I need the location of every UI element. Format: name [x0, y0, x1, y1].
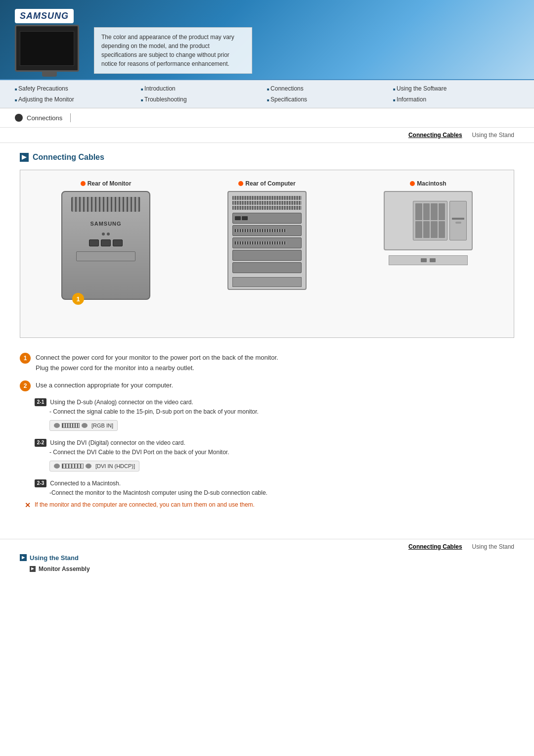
- stand-section-icon-arrow: [22, 556, 25, 560]
- monitor-ports: [89, 239, 123, 246]
- computer-section: Rear of Computer: [191, 180, 343, 290]
- instruction-2-2-block: 2-2 Using the DVI (Digital) connector on…: [20, 439, 514, 474]
- sub-nav-using-stand[interactable]: Using the Stand: [472, 132, 514, 139]
- mac-drive-bay: [449, 201, 467, 240]
- macintosh-section: Macintosh: [353, 180, 504, 265]
- monitor-stand-decoration: [42, 72, 57, 77]
- instruction-2-1-block: 2-1 Using the D-sub (Analog) connector o…: [20, 398, 514, 434]
- step-1-badge: 1: [72, 293, 84, 305]
- nav-item-using-software[interactable]: Using the Software: [393, 84, 519, 93]
- nav-item-safety-precautions[interactable]: Safety Precautions: [15, 84, 141, 93]
- nav-menu: Safety Precautions Introduction Connecti…: [0, 79, 534, 108]
- port-row-2: [232, 201, 302, 205]
- slot-1-ports: [235, 216, 248, 220]
- mac-drive-slot: [452, 218, 464, 220]
- slot-4: [232, 250, 302, 261]
- slot-5: [232, 262, 302, 273]
- stand-section: Using the Stand Monitor Assembly: [0, 554, 534, 585]
- mac-port-8: [439, 221, 445, 238]
- computer-expansion-slots: [232, 213, 302, 273]
- instruction-2-1-detail: - Connect the signal cable to the 15-pin…: [35, 408, 514, 415]
- stand-section-icon: [20, 554, 27, 561]
- slot-3: [232, 237, 302, 248]
- nav-item-introduction[interactable]: Introduction: [141, 84, 267, 93]
- sub-nav: Connecting Cables Using the Stand: [0, 128, 534, 143]
- connection-diagram: Rear of Monitor SAMSUNG 1: [20, 170, 514, 338]
- step-2-text: Use a connection appropriate for your co…: [36, 380, 173, 391]
- slot-2: [232, 225, 302, 236]
- monitor-dot: [81, 181, 86, 186]
- main-content: Connecting Cables Rear of Monitor SAMSUN…: [0, 143, 534, 529]
- mac-bottom-ports: [421, 258, 436, 262]
- port-block-2: [101, 239, 111, 246]
- dvi-left-connector: [54, 464, 60, 469]
- nav-item-troubleshooting[interactable]: Troubleshooting: [141, 95, 267, 104]
- nav-item-adjusting-monitor[interactable]: Adjusting the Monitor: [15, 95, 141, 104]
- computer-rear-image: [227, 191, 307, 290]
- mac-bottom-port-1: [421, 258, 427, 262]
- stand-section-title: Using the Stand: [30, 554, 79, 562]
- step-2-number: 2: [20, 380, 31, 391]
- rgb-right-connector: [82, 423, 88, 428]
- samsung-logo: SAMSUNG: [15, 9, 74, 23]
- port-row-3: [232, 206, 302, 210]
- breadcrumb: Connections: [0, 108, 534, 128]
- instruction-2-3: 2-3 Connected to a Macintosh.: [35, 479, 514, 487]
- monitor-vents: [71, 197, 140, 212]
- badge-2-2: 2-2: [35, 439, 46, 447]
- instruction-2-3-detail: -Connect the monitor to the Macintosh co…: [35, 489, 514, 496]
- monitor-assembly-icon-arrow: [31, 567, 34, 570]
- dvi-port-image: [DVI IN (HDCP)]: [49, 461, 139, 472]
- mac-side-ports: [413, 201, 447, 240]
- step-1-number: 1: [20, 353, 31, 364]
- port-row-1: [232, 196, 302, 200]
- mac-port-7: [431, 221, 438, 238]
- breadcrumb-divider: [70, 113, 71, 122]
- instruction-1: 1 Connect the power cord for your monito…: [20, 353, 514, 374]
- computer-bottom-strip: [232, 277, 302, 287]
- header-notice-box: The color and appearance of the product …: [94, 27, 252, 74]
- header-notice-text: The color and appearance of the product …: [101, 34, 234, 67]
- mac-bottom-port-2: [430, 258, 436, 262]
- badge-2-1: 2-1: [35, 398, 46, 406]
- monitor-label: Rear of Monitor: [81, 180, 132, 187]
- monitor-screen: [20, 31, 74, 66]
- note-icon: ✕: [25, 501, 31, 509]
- nav-item-connections[interactable]: Connections: [267, 84, 393, 93]
- mac-drive-button: [455, 222, 461, 224]
- mac-dot: [410, 181, 415, 186]
- sub-nav-connecting-cables[interactable]: Connecting Cables: [408, 132, 462, 139]
- mac-port-3: [431, 203, 438, 220]
- rgb-left-connector: [54, 423, 60, 428]
- mac-label: Macintosh: [410, 180, 446, 187]
- dvi-port-label: [DVI IN (HDCP)]: [95, 463, 135, 469]
- note-text: If the monitor and the computer are conn…: [35, 501, 255, 508]
- stand-section-header: Using the Stand: [20, 554, 514, 562]
- dvi-right-connector: [86, 464, 91, 469]
- slot-port-2: [242, 216, 248, 220]
- computer-top-ports: [232, 196, 302, 210]
- section-header: Connecting Cables: [20, 153, 514, 162]
- section-title: Connecting Cables: [33, 153, 104, 162]
- monitor-decoration: [15, 25, 79, 72]
- macintosh-image: [384, 191, 473, 250]
- monitor-rear-logo: SAMSUNG: [90, 221, 121, 227]
- sub-nav-bottom-using-stand[interactable]: Using the Stand: [472, 543, 514, 550]
- mac-port-4: [439, 203, 445, 220]
- monitor-assembly-title: Monitor Assembly: [39, 566, 90, 572]
- computer-dot: [238, 181, 243, 186]
- nav-item-information[interactable]: Information: [393, 95, 519, 104]
- sub-nav-bottom: Connecting Cables Using the Stand: [0, 539, 534, 554]
- rgb-port-label: [RGB IN]: [91, 423, 113, 428]
- dvi-pin-block: [62, 464, 84, 469]
- slot-1: [232, 213, 302, 224]
- instruction-2-2: 2-2 Using the DVI (Digital) connector on…: [35, 439, 514, 447]
- sub-nav-bottom-connecting-cables[interactable]: Connecting Cables: [408, 543, 462, 550]
- mac-port-6: [423, 221, 430, 238]
- instruction-2-1: 2-1 Using the D-sub (Analog) connector o…: [35, 398, 514, 406]
- mac-port-1: [415, 203, 422, 220]
- note: ✕ If the monitor and the computer are co…: [20, 501, 514, 509]
- instructions-list: 1 Connect the power cord for your monito…: [20, 353, 514, 509]
- nav-item-specifications[interactable]: Specifications: [267, 95, 393, 104]
- rgb-port-image: [RGB IN]: [49, 420, 118, 431]
